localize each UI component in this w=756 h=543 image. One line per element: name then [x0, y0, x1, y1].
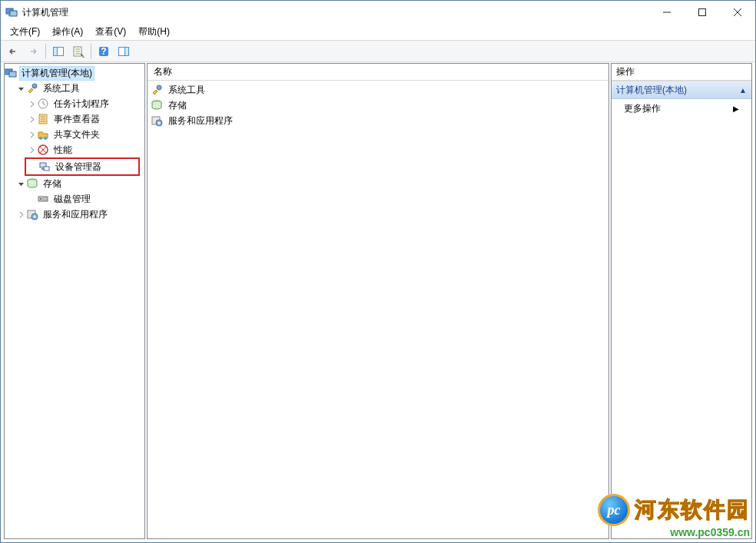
- performance-icon: [37, 144, 49, 156]
- expander-empty: [26, 194, 37, 204]
- maximize-button[interactable]: [685, 1, 720, 24]
- svg-point-34: [158, 122, 161, 124]
- list-item-label: 系统工具: [168, 84, 205, 97]
- svg-rect-3: [699, 9, 706, 16]
- svg-text:?: ?: [101, 46, 106, 57]
- event-log-icon: [37, 113, 49, 125]
- menu-action[interactable]: 操作(A): [46, 24, 89, 40]
- show-hide-tree-button[interactable]: [49, 42, 68, 61]
- tools-icon: [26, 82, 38, 94]
- list-item-label: 存储: [168, 99, 187, 112]
- svg-rect-21: [44, 167, 49, 171]
- list-item-label: 服务和应用程序: [168, 114, 233, 127]
- menu-help[interactable]: 帮助(H): [132, 24, 176, 40]
- minimize-button[interactable]: [649, 1, 685, 24]
- list-item-storage[interactable]: 存储: [151, 98, 605, 113]
- forward-button[interactable]: [24, 42, 42, 61]
- svg-point-14: [32, 84, 37, 88]
- tree-item-task-scheduler[interactable]: 任务计划程序: [5, 96, 144, 111]
- tree-item-root[interactable]: 计算机管理(本地): [5, 65, 144, 81]
- svg-rect-13: [9, 71, 16, 77]
- chevron-down-icon[interactable]: [15, 83, 26, 94]
- disk-icon: [37, 193, 49, 205]
- column-name-label: 名称: [154, 65, 172, 78]
- actions-pane: 操作 计算机管理(本地) ▲ 更多操作 ▶: [611, 63, 752, 539]
- chevron-down-icon[interactable]: [15, 178, 26, 189]
- menu-view[interactable]: 查看(V): [89, 24, 132, 40]
- svg-point-30: [157, 85, 161, 90]
- tree-label: 任务计划程序: [51, 97, 111, 111]
- toolbar-separator: [91, 44, 91, 59]
- tree-item-performance[interactable]: 性能: [5, 142, 144, 157]
- clock-icon: [37, 98, 49, 110]
- properties-button[interactable]: [69, 42, 88, 61]
- svg-point-25: [40, 198, 41, 200]
- svg-point-18: [44, 137, 47, 140]
- actions-section-label: 计算机管理(本地): [616, 84, 687, 97]
- toolbar: ?: [1, 41, 755, 62]
- list-pane: 名称 系统工具 存储: [147, 63, 609, 539]
- svg-point-17: [39, 137, 42, 140]
- help-button[interactable]: ?: [94, 42, 113, 61]
- tree-item-services-apps[interactable]: 服务和应用程序: [5, 207, 144, 222]
- back-button[interactable]: [4, 42, 22, 61]
- chevron-right-icon[interactable]: [26, 114, 37, 124]
- submenu-arrow-icon: ▶: [733, 104, 739, 113]
- svg-rect-22: [41, 168, 45, 170]
- show-hide-actions-button[interactable]: [114, 42, 133, 61]
- svg-rect-11: [125, 47, 129, 55]
- svg-rect-2: [8, 15, 11, 16]
- shared-folder-icon: [37, 128, 49, 141]
- tree-item-system-tools[interactable]: 系统工具: [5, 81, 144, 96]
- tree-item-disk-management[interactable]: 磁盘管理: [5, 191, 144, 207]
- tree-label: 系统工具: [41, 81, 82, 96]
- storage-icon: [26, 177, 38, 190]
- window-title: 计算机管理: [22, 6, 649, 19]
- svg-rect-5: [54, 47, 58, 55]
- storage-icon: [151, 99, 163, 111]
- close-button[interactable]: [720, 1, 755, 24]
- app-icon: [5, 6, 18, 18]
- nav-tree: 计算机管理(本地) 系统工具: [5, 64, 144, 223]
- list-column-header[interactable]: 名称: [148, 64, 608, 81]
- tree-label: 计算机管理(本地): [19, 66, 94, 81]
- actions-header-label: 操作: [616, 65, 635, 78]
- list-item-services-apps[interactable]: 服务和应用程序: [151, 113, 605, 128]
- titlebar: 计算机管理: [1, 1, 755, 24]
- window-controls: [649, 1, 755, 24]
- highlight-annotation: 设备管理器: [25, 157, 140, 176]
- svg-rect-1: [10, 11, 17, 16]
- svg-rect-26: [43, 198, 47, 200]
- tree-pane: 计算机管理(本地) 系统工具: [4, 63, 145, 539]
- menu-file[interactable]: 文件(F): [4, 24, 46, 40]
- chevron-right-icon[interactable]: [15, 209, 26, 220]
- list-body: 系统工具 存储 服务和应用程序: [148, 81, 608, 538]
- tree-item-event-viewer[interactable]: 事件查看器: [5, 111, 144, 127]
- chevron-right-icon[interactable]: [26, 98, 37, 109]
- services-icon: [151, 114, 163, 127]
- list-item-system-tools[interactable]: 系统工具: [151, 82, 605, 98]
- content-area: 计算机管理(本地) 系统工具: [1, 62, 755, 542]
- tree-label: 设备管理器: [53, 160, 104, 174]
- collapse-icon: ▲: [739, 86, 747, 94]
- tree-label: 磁盘管理: [51, 192, 93, 207]
- tree-item-storage[interactable]: 存储: [5, 176, 144, 191]
- tree-label: 存储: [41, 177, 64, 191]
- chevron-right-icon[interactable]: [26, 144, 37, 155]
- tree-label: 事件查看器: [51, 112, 102, 127]
- device-manager-icon: [38, 161, 51, 173]
- tree-item-shared-folders[interactable]: 共享文件夹: [5, 127, 144, 142]
- app-window: 计算机管理 文件(F) 操作(A) 查看(V) 帮助(H): [0, 0, 756, 543]
- actions-header: 操作: [612, 64, 751, 81]
- actions-section-title[interactable]: 计算机管理(本地) ▲: [612, 81, 751, 99]
- services-icon: [26, 208, 38, 220]
- svg-point-29: [34, 216, 36, 218]
- chevron-right-icon[interactable]: [26, 129, 37, 140]
- tree-label: 服务和应用程序: [41, 207, 110, 222]
- actions-link-label: 更多操作: [624, 102, 661, 115]
- tree-label: 共享文件夹: [51, 127, 102, 142]
- computer-management-icon: [5, 67, 17, 79]
- actions-more-actions[interactable]: 更多操作 ▶: [612, 99, 751, 118]
- tools-icon: [151, 84, 163, 96]
- tree-item-device-manager[interactable]: 设备管理器: [26, 159, 138, 174]
